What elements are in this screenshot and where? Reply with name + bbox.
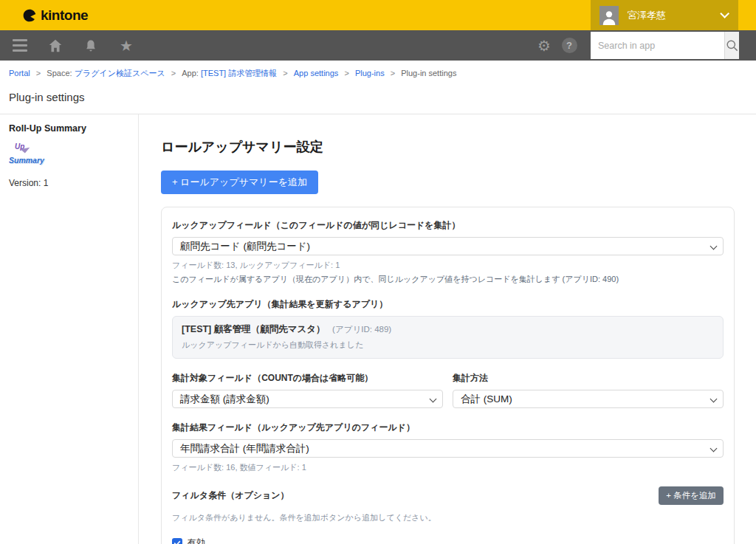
user-name: 宮澤孝慈 (628, 9, 720, 22)
breadcrumb-separator: > (283, 69, 287, 78)
lookup-field-description: このフィールドが属するアプリ（現在のアプリ）内で、同じルックアップ値を持つレコー… (172, 274, 724, 285)
filter-empty-text: フィルタ条件がありません。条件を追加ボタンから追加してください。 (172, 512, 724, 523)
lookup-field-select[interactable]: 顧問先コード (顧問先コード) (172, 237, 724, 255)
enabled-row: 有効 (172, 537, 724, 544)
nav-bar: ★ ⚙ ? (0, 30, 756, 61)
chevron-down-icon (710, 445, 718, 452)
target-field-group: 集計対象フィールド（COUNTの場合は省略可能） 請求金額 (請求金額) (172, 372, 443, 408)
method-group: 集計方法 合計 (SUM) (453, 372, 724, 408)
lookup-app-name: [TEST] 顧客管理（顧問先マスタ） (182, 324, 326, 334)
enabled-checkbox[interactable] (172, 538, 182, 544)
main-panel: ロールアップサマリー設定 + ロールアップサマリーを追加 ルックアップフィールド… (139, 114, 756, 544)
breadcrumb-separator: > (344, 69, 348, 78)
person-icon (601, 9, 617, 25)
check-icon (173, 540, 181, 544)
enabled-label: 有効 (188, 537, 205, 544)
chevron-down-icon (710, 243, 718, 250)
star-icon[interactable]: ★ (114, 33, 139, 58)
kintone-logo[interactable]: kintone (0, 7, 88, 24)
app-header: kintone 宮澤孝慈 (0, 0, 756, 30)
lookup-field-helper: フィールド数: 13, ルックアップフィールド: 1 (172, 260, 724, 271)
nav-right: ⚙ ? (532, 30, 738, 61)
chevron-down-icon (430, 396, 437, 403)
breadcrumb-separator: > (36, 69, 41, 78)
rollup-settings-card: ルックアップフィールド（このフィールドの値が同じレコードを集計） 顧問先コード … (161, 207, 735, 544)
breadcrumb-item-portal: Portal (9, 69, 30, 78)
avatar (599, 6, 619, 25)
plugin-name: Roll-Up Summary (9, 123, 129, 134)
lookup-app-label: ルックアップ先アプリ（集計結果を更新するアプリ） (172, 298, 724, 311)
logo-text: kintone (41, 7, 88, 24)
filter-label: フィルタ条件（オプション） (172, 489, 289, 502)
plugin-logo-icon: Up Summary (9, 144, 41, 166)
breadcrumb-separator: > (391, 69, 395, 78)
chevron-down-icon (710, 396, 718, 403)
chevron-down-icon (720, 9, 729, 18)
search-button[interactable] (724, 32, 739, 59)
breadcrumb-item-app: App: [TEST] 請求管理情報 (182, 69, 277, 78)
target-field-select[interactable]: 請求金額 (請求金額) (172, 390, 443, 408)
content: Roll-Up Summary Up Summary Version: 1 ロー… (0, 114, 756, 544)
page-title: Plug-in settings (0, 85, 756, 114)
breadcrumb: Portal > Space: プラグイン検証スペース > App: [TEST… (0, 61, 756, 85)
result-field-select[interactable]: 年間請求合計 (年間請求合計) (172, 439, 724, 458)
bell-icon[interactable] (78, 33, 103, 58)
user-menu[interactable]: 宮澤孝慈 (591, 0, 738, 30)
help-icon[interactable]: ? (557, 33, 582, 58)
home-icon[interactable] (43, 33, 68, 58)
method-select[interactable]: 合計 (SUM) (453, 390, 724, 408)
app-search (591, 32, 738, 59)
target-field-label: 集計対象フィールド（COUNTの場合は省略可能） (172, 372, 443, 385)
breadcrumb-separator: > (171, 69, 176, 78)
add-condition-button[interactable]: + 条件を追加 (659, 486, 724, 505)
method-label: 集計方法 (453, 372, 724, 385)
breadcrumb-item-current: Plug-in settings (401, 69, 456, 78)
add-rollup-summary-button[interactable]: + ロールアップサマリーを追加 (161, 171, 318, 194)
hamburger-menu-icon[interactable] (7, 33, 32, 58)
plugin-sidebar: Roll-Up Summary Up Summary Version: 1 (0, 114, 139, 544)
gear-icon[interactable]: ⚙ (532, 33, 557, 58)
settings-heading: ロールアップサマリー設定 (161, 138, 735, 156)
plugin-version: Version: 1 (9, 178, 129, 188)
breadcrumb-item-plugins: Plug-ins (355, 69, 385, 78)
result-field-helper: フィールド数: 16, 数値フィールド: 1 (172, 462, 724, 473)
lookup-app-helper: ルックアップフィールドから自動取得されました (182, 340, 714, 351)
search-icon (725, 38, 739, 52)
nav-left: ★ (0, 33, 139, 58)
lookup-app-id: (アプリID: 489) (332, 325, 391, 334)
breadcrumb-item-space: Space: プラグイン検証スペース (47, 69, 165, 78)
lookup-app-box: [TEST] 顧客管理（顧問先マスタ） (アプリID: 489) ルックアップフ… (172, 316, 724, 359)
breadcrumb-item-app-settings: App settings (294, 69, 339, 78)
lookup-field-label: ルックアップフィールド（このフィールドの値が同じレコードを集計） (172, 219, 724, 232)
kintone-leaf-icon (22, 8, 37, 23)
search-input[interactable] (591, 32, 724, 59)
result-field-label: 集計結果フィールド（ルックアップ先アプリのフィールド） (172, 421, 724, 434)
